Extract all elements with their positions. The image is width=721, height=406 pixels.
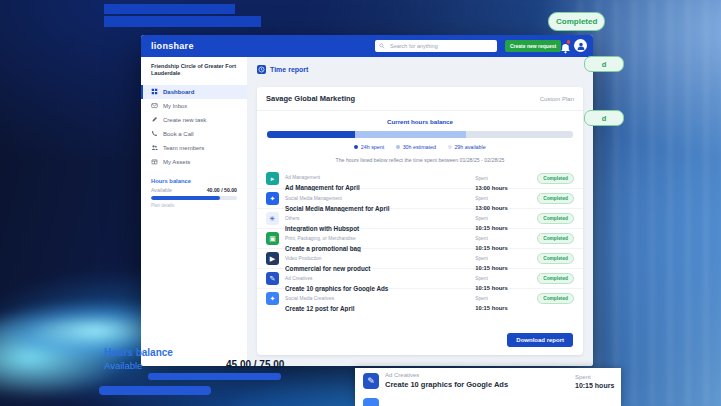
task-icon-glyph: ✦: [270, 195, 276, 202]
status-badge: Completed: [537, 293, 574, 304]
task-icon: ▣: [266, 232, 279, 245]
organization-name: Friendship Circle of Greater Fort Lauder…: [141, 57, 247, 81]
sidebar-item-book-a-call[interactable]: Book a Call: [141, 127, 247, 141]
sidebar-item-my-assets[interactable]: My Assets: [141, 155, 247, 169]
screenshot-stage: lionshare Create new request: [0, 0, 721, 406]
sidebar-item-label: Dashboard: [163, 89, 194, 95]
phone-icon: [151, 130, 158, 137]
overlay-hours-balance-title: Hours balance: [104, 347, 173, 358]
notifications-bell-icon[interactable]: [560, 40, 571, 51]
time-report-icon: [257, 65, 266, 74]
spent-label: Spent: [475, 216, 488, 221]
lionshare-logo[interactable]: lionshare: [151, 41, 194, 51]
task-icon-glyph: ▸: [271, 175, 275, 182]
segment-spent: [267, 131, 355, 138]
global-search[interactable]: [375, 40, 497, 52]
task-icon-glyph: ▣: [269, 235, 276, 242]
search-input[interactable]: [388, 42, 493, 50]
task-icon: ✦: [266, 192, 279, 205]
main-content: Time report Savage Global Marketing Cust…: [247, 57, 593, 366]
overlay-partial-badge-1: d: [584, 56, 624, 72]
task-icon: ✳: [266, 212, 279, 225]
sidebar-item-team-members[interactable]: Team members: [141, 141, 247, 155]
pencil-icon: [151, 116, 158, 123]
sidebar-menu: Dashboard My Inbox Create new task: [141, 85, 247, 169]
client-name: Savage Global Marketing: [266, 94, 355, 103]
zoomed-task-title: Create 10 graphics for Google Ads: [385, 380, 508, 389]
legend-dot-available: [448, 145, 452, 149]
legend-label-estimated: 30h estimated: [403, 144, 436, 150]
team-people-icon: [151, 144, 158, 151]
balance-title: Current hours balance: [257, 118, 583, 125]
spent-label: Spent: [475, 256, 488, 261]
task-icon: ✎: [266, 272, 279, 285]
task-row[interactable]: ✦ Social Media CreativesCreate 12 post f…: [257, 288, 583, 308]
user-avatar[interactable]: [574, 39, 587, 52]
sidebar-item-my-inbox[interactable]: My Inbox: [141, 99, 247, 113]
overlay-partial-badge-2: d: [584, 110, 624, 126]
task-category: Print, Packaging, or Merchandise: [285, 236, 356, 241]
clock-icon: [258, 66, 265, 73]
zoomed-task-icon: ✎: [363, 373, 379, 389]
app-window: lionshare Create new request: [141, 35, 593, 366]
time-report-card: Savage Global Marketing Custom Plan Curr…: [257, 87, 583, 355]
overlay-blue-bar-top: [104, 4, 235, 14]
hours-balance-value: 40.00 / 50.00: [207, 187, 237, 193]
top-navigation-bar: lionshare Create new request: [141, 35, 593, 57]
spent-label: Spent: [475, 196, 488, 201]
task-icon: ✦: [266, 292, 279, 305]
sidebar-item-label: Create new task: [163, 117, 206, 123]
task-icon-glyph: ▶: [270, 255, 275, 262]
available-label: Available: [151, 187, 172, 193]
overlay-completed-badge: Completed: [548, 12, 605, 31]
segment-available: [466, 131, 573, 138]
legend-label-available: 29h available: [454, 144, 485, 150]
hours-progress-bar: [151, 196, 237, 200]
task-title: Create 12 post for April: [285, 305, 475, 312]
sidebar-item-label: My Assets: [163, 159, 190, 165]
overlay-progress-bar-1: [148, 373, 281, 380]
download-report-button[interactable]: Download report: [507, 333, 573, 347]
create-new-request-button[interactable]: Create new request: [505, 40, 561, 52]
sidebar-hours-balance: Hours balance Available 40.00 / 50.00 Pl…: [151, 178, 237, 208]
zoomed-spent-hours: 10:15 hours: [575, 382, 614, 389]
sidebar-item-label: Team members: [163, 145, 204, 151]
task-icon-glyph: ✎: [270, 275, 276, 282]
status-badge: Completed: [537, 213, 574, 224]
segment-estimated: [355, 131, 466, 138]
task-icon-glyph: ✦: [270, 295, 276, 302]
hours-progress-fill: [151, 196, 220, 200]
zoomed-task-icon-glyph: ✎: [367, 377, 375, 386]
task-icon-glyph: ✳: [270, 215, 276, 222]
sidebar: Friendship Circle of Greater Fort Lauder…: [141, 57, 248, 366]
zoomed-task-category: Ad Creatives: [385, 372, 419, 378]
task-category: Others: [285, 216, 299, 221]
status-badge: Completed: [537, 253, 574, 264]
status-badge: Completed: [537, 173, 574, 184]
status-badge: Completed: [537, 273, 574, 284]
spent-label: Spent: [475, 296, 488, 301]
task-category: Ad Creatives: [285, 276, 312, 281]
task-list: ▸ Ad ManagementAd Management for April S…: [257, 168, 583, 308]
overlay-hours-value: 45.00 / 75.00: [226, 359, 284, 370]
sidebar-item-label: Book a Call: [163, 131, 194, 137]
status-badge: Completed: [537, 193, 574, 204]
dashboard-grid-icon: [151, 88, 158, 95]
sidebar-item-create-new-task[interactable]: Create new task: [141, 113, 247, 127]
task-category: Social Media Creatives: [285, 296, 334, 301]
task-category: Social Media Management: [285, 196, 342, 201]
inbox-envelope-icon: [151, 102, 158, 109]
assets-box-icon: [151, 158, 158, 165]
spent-label: Spent: [475, 236, 488, 241]
overlay-zoomed-task-row: ✎ Ad Creatives Create 10 graphics for Go…: [355, 368, 621, 406]
legend-label-spent: 24h spent: [361, 144, 384, 150]
person-icon: [576, 41, 586, 51]
spent-hours: 10:15 hours: [475, 305, 537, 311]
plan-label: Custom Plan: [540, 96, 574, 102]
spent-label: Spent: [475, 176, 488, 181]
legend-dot-spent: [354, 145, 358, 149]
sidebar-item-dashboard[interactable]: Dashboard: [141, 85, 247, 99]
status-badge: Completed: [537, 233, 574, 244]
page-header: Time report: [247, 57, 593, 74]
sidebar-item-label: My Inbox: [163, 103, 187, 109]
